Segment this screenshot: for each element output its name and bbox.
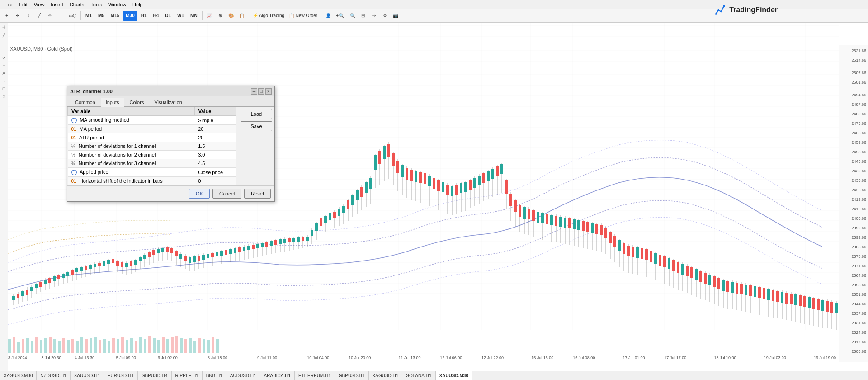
icon-fraction-2: ½	[71, 152, 75, 157]
row-atr-period: 01 ATR period 20	[68, 133, 236, 142]
modal-restore-button[interactable]: □	[258, 88, 264, 95]
row-ma-smoothing: ⬤ MA smoothing method Simple	[68, 116, 236, 125]
row-atr-period-val[interactable]: 20	[194, 133, 236, 142]
icon-blue-circle: ⬤	[71, 118, 77, 123]
modal-close-button[interactable]: ✕	[265, 88, 272, 95]
row-applied-price: ⬤ Applied price Close price	[68, 168, 236, 177]
row-atr-period-var: 01 ATR period	[68, 133, 195, 142]
modal-tabs: Common Inputs Colors Visualization	[67, 96, 274, 107]
row-horiz-shift-var: 01 Horizontal shift of the indicator in …	[68, 177, 195, 185]
modal-title-buttons: ─ □ ✕	[251, 88, 272, 95]
icon-fraction-1: ¼	[71, 143, 75, 149]
row-dev-ch1-val[interactable]: 1.5	[194, 142, 236, 151]
icon-01-ma: 01	[71, 127, 76, 132]
row-horiz-shift-val[interactable]: 0	[194, 177, 236, 185]
row-dev-ch3-val[interactable]: 4.5	[194, 159, 236, 168]
row-ma-period-val[interactable]: 20	[194, 125, 236, 133]
row-dev-ch2-var: ½ Number of deviations for 2 channel	[68, 151, 195, 159]
save-button[interactable]: Save	[241, 121, 272, 131]
row-applied-price-val[interactable]: Close price	[194, 168, 236, 177]
row-dev-ch1: ¼ Number of deviations for 1 channel 1.5	[68, 142, 236, 151]
modal-title: ATR_channel 1.00	[70, 89, 113, 94]
row-ma-period-var: 01 MA period	[68, 125, 195, 133]
col-value: Value	[194, 107, 236, 116]
modal-overlay: ATR_channel 1.00 ─ □ ✕ Common Inputs Col…	[0, 0, 868, 380]
icon-01-shift: 01	[71, 179, 76, 184]
row-dev-ch2: ½ Number of deviations for 2 channel 3.0	[68, 151, 236, 159]
icon-blue-circle-2: ⬤	[71, 170, 77, 175]
inputs-table: Variable Value ⬤ MA smoothing method Sim…	[67, 107, 236, 185]
modal-tab-visualization[interactable]: Visualization	[149, 98, 187, 106]
row-ma-smoothing-val[interactable]: Simple	[194, 116, 236, 125]
row-ma-smoothing-var: ⬤ MA smoothing method	[68, 116, 195, 125]
icon-01-atr: 01	[71, 135, 76, 140]
row-horiz-shift: 01 Horizontal shift of the indicator in …	[68, 177, 236, 185]
inputs-table-container: Variable Value ⬤ MA smoothing method Sim…	[67, 107, 236, 185]
row-dev-ch3: ¾ Number of deviations for 3 channel 4.5	[68, 159, 236, 168]
modal-title-bar: ATR_channel 1.00 ─ □ ✕	[67, 86, 274, 96]
row-dev-ch1-var: ¼ Number of deviations for 1 channel	[68, 142, 195, 151]
load-button[interactable]: Load	[241, 109, 272, 119]
ok-button[interactable]: OK	[189, 189, 210, 199]
reset-button[interactable]: Reset	[244, 189, 271, 199]
modal-footer: OK Cancel Reset	[67, 185, 274, 201]
row-applied-price-var: ⬤ Applied price	[68, 168, 195, 177]
row-ma-period: 01 MA period 20	[68, 125, 236, 133]
col-variable: Variable	[68, 107, 195, 116]
modal-tab-inputs[interactable]: Inputs	[101, 98, 124, 107]
icon-fraction-3: ¾	[71, 161, 75, 166]
modal-minimize-button[interactable]: ─	[251, 88, 257, 95]
modal-dialog: ATR_channel 1.00 ─ □ ✕ Common Inputs Col…	[67, 86, 275, 202]
cancel-button[interactable]: Cancel	[212, 189, 241, 199]
row-dev-ch2-val[interactable]: 3.0	[194, 151, 236, 159]
modal-body: Variable Value ⬤ MA smoothing method Sim…	[67, 107, 274, 185]
modal-sidebar-buttons: Load Save	[241, 109, 272, 131]
row-dev-ch3-var: ¾ Number of deviations for 3 channel	[68, 159, 195, 168]
modal-tab-colors[interactable]: Colors	[125, 98, 149, 106]
modal-tab-common[interactable]: Common	[70, 98, 100, 106]
